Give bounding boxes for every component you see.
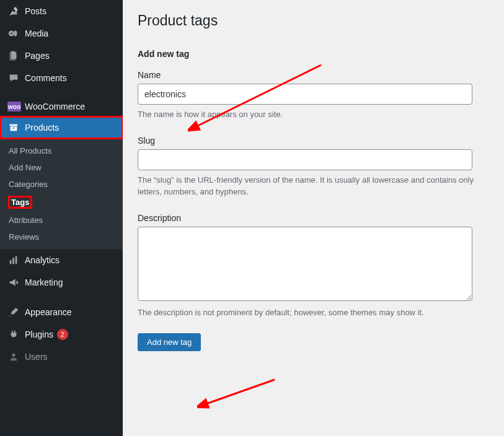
brush-icon [7,306,20,318]
sidebar-item-products[interactable]: Products [0,116,123,139]
description-label: Description [138,213,498,223]
submenu-label: Add New [9,163,42,172]
name-help: The name is how it appears on your site. [138,108,475,121]
submenu-item-reviews[interactable]: Reviews [0,229,123,245]
sidebar-label: Appearance [25,307,72,317]
admin-sidebar: Posts Media Pages Comments woo WooCommer… [0,0,123,436]
field-slug: Slug The “slug” is the URL-friendly vers… [138,136,498,198]
update-badge: 2 [57,329,68,340]
sidebar-label: Marketing [25,277,63,287]
submenu-item-add-new[interactable]: Add New [0,159,123,176]
sidebar-label: Plugins [25,329,53,339]
sidebar-label: Users [25,352,48,362]
sidebar-item-posts[interactable]: Posts [0,0,123,22]
submenu-item-attributes[interactable]: Attributes [0,212,123,229]
sidebar-item-comments[interactable]: Comments [0,67,123,89]
field-description: Description The description is not promi… [138,213,498,319]
analytics-icon [7,254,20,266]
submenu-item-tags[interactable]: Tags [0,193,123,212]
sidebar-separator [0,89,123,97]
submenu-item-all-products[interactable]: All Products [0,142,123,159]
page-title: Product tags [138,12,498,29]
users-icon [7,351,20,363]
sidebar-item-pages[interactable]: Pages [0,45,123,67]
app-shell: Posts Media Pages Comments woo WooCommer… [0,0,504,436]
submenu-label: Reviews [9,232,39,242]
submenu-label: All Products [9,146,51,155]
megaphone-icon [7,276,20,289]
svg-rect-7 [15,256,17,264]
name-input[interactable] [138,84,472,105]
section-title: Add new tag [138,49,498,59]
sidebar-item-plugins[interactable]: Plugins 2 [0,323,123,346]
sidebar-label: Posts [25,6,46,16]
slug-help: The “slug” is the URL-friendly version o… [138,174,475,198]
submenu-label: Tags [9,196,32,208]
comments-icon [7,72,20,84]
slug-label: Slug [138,136,498,146]
svg-rect-3 [11,126,17,131]
add-new-tag-button[interactable]: Add new tag [138,333,201,351]
sidebar-item-analytics[interactable]: Analytics [0,249,123,271]
pages-icon [7,50,20,62]
submenu-label: Categories [9,180,48,189]
sidebar-item-media[interactable]: Media [0,22,123,45]
plug-icon [7,328,20,341]
name-label: Name [138,70,498,80]
woo-icon: woo [7,102,21,111]
annotation-arrow [197,377,278,411]
svg-point-1 [11,33,12,35]
archive-icon [7,121,20,134]
description-help: The description is not prominent by defa… [138,307,475,319]
svg-rect-5 [10,260,12,264]
sidebar-label: WooCommerce [25,102,85,111]
slug-input[interactable] [138,149,472,170]
media-icon [7,27,20,40]
sidebar-separator [0,294,123,301]
sidebar-submenu-products: All Products Add New Categories Tags Att… [0,139,123,249]
svg-line-10 [205,380,275,404]
sidebar-label: Pages [25,51,50,61]
sidebar-item-appearance[interactable]: Appearance [0,301,123,323]
pin-icon [7,5,20,17]
svg-rect-2 [10,124,18,126]
sidebar-label: Analytics [25,255,60,265]
svg-point-8 [12,354,15,357]
submenu-label: Attributes [9,216,43,225]
svg-rect-6 [12,258,14,264]
sidebar-label: Products [25,123,59,133]
sidebar-item-woocommerce[interactable]: woo WooCommerce [0,97,123,116]
submenu-item-categories[interactable]: Categories [0,176,123,193]
field-name: Name The name is how it appears on your … [138,70,498,121]
main-content: Product tags Add new tag Name The name i… [123,0,504,436]
sidebar-label: Media [25,28,48,38]
sidebar-item-marketing[interactable]: Marketing [0,271,123,294]
sidebar-label: Comments [25,73,67,83]
description-input[interactable] [138,227,472,301]
sidebar-item-users[interactable]: Users [0,346,123,368]
svg-rect-4 [12,128,15,128]
